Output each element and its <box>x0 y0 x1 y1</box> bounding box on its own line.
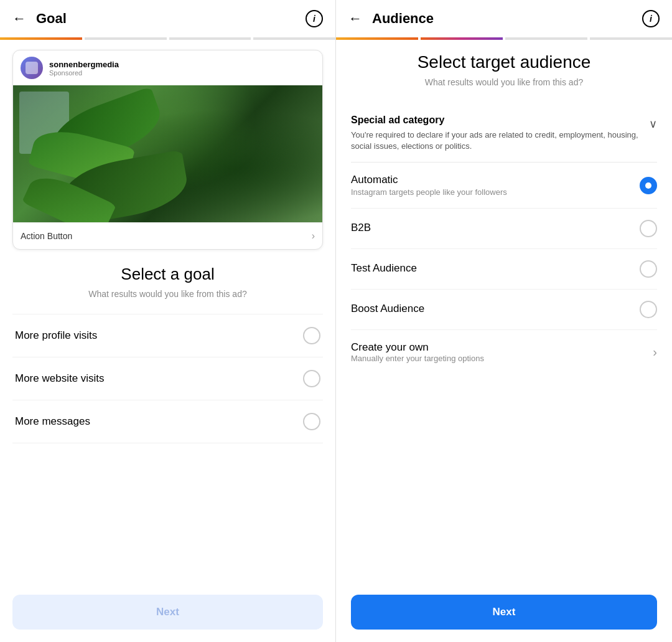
left-panel: ← Goal i sonnenbergmedia Sponsored <box>0 0 336 642</box>
create-own-label: Create your own <box>351 341 653 354</box>
right-next-button-area: Next <box>336 582 672 642</box>
goal-option-messages-label: More messages <box>15 415 90 428</box>
audience-option-test-content: Test Audience <box>351 262 640 276</box>
audience-option-automatic-label: Automatic <box>351 174 640 186</box>
audience-option-automatic-content: Automatic Instagram targets people like … <box>351 174 640 197</box>
special-category-text: Special ad category You're required to d… <box>351 115 649 152</box>
goal-option-messages[interactable]: More messages <box>12 400 323 443</box>
left-back-button[interactable]: ← <box>12 11 26 27</box>
goal-option-messages-radio[interactable] <box>303 413 320 430</box>
action-button-chevron-icon: › <box>312 230 315 242</box>
left-header: ← Goal i <box>0 0 335 37</box>
ad-card-header: sonnenbergmedia Sponsored <box>13 50 322 85</box>
audience-option-automatic[interactable]: Automatic Instagram targets people like … <box>351 163 657 209</box>
create-own-text: Create your own Manually enter your targ… <box>351 341 653 363</box>
goal-option-profile[interactable]: More profile visits <box>12 314 323 357</box>
right-back-button[interactable]: ← <box>348 11 362 27</box>
audience-title: Select target audience <box>351 52 657 72</box>
right-next-button[interactable]: Next <box>351 595 657 630</box>
ad-preview-card: sonnenbergmedia Sponsored Action Button … <box>12 50 323 250</box>
create-own-option[interactable]: Create your own Manually enter your targ… <box>351 330 657 374</box>
create-own-chevron-icon: › <box>653 345 657 359</box>
audience-option-automatic-sublabel: Instagram targets people like your follo… <box>351 187 640 197</box>
left-info-button[interactable]: i <box>306 10 323 27</box>
goal-option-profile-label: More profile visits <box>15 329 97 342</box>
goal-option-website-radio[interactable] <box>303 370 320 387</box>
audience-option-boost-radio[interactable] <box>640 301 657 318</box>
left-content: sonnenbergmedia Sponsored Action Button … <box>0 40 335 582</box>
ad-user-info: sonnenbergmedia Sponsored <box>49 60 119 77</box>
right-info-button[interactable]: i <box>642 10 660 27</box>
audience-option-test-radio[interactable] <box>640 260 657 278</box>
audience-option-boost[interactable]: Boost Audience <box>351 290 657 330</box>
left-next-button-area: Next <box>0 582 335 642</box>
goal-option-profile-radio[interactable] <box>303 327 320 344</box>
ad-avatar <box>21 57 43 79</box>
audience-option-test-label: Test Audience <box>351 262 640 275</box>
audience-option-b2b-radio[interactable] <box>640 220 657 237</box>
left-next-button[interactable]: Next <box>12 595 323 630</box>
audience-option-b2b[interactable]: B2B <box>351 209 657 249</box>
audience-option-boost-label: Boost Audience <box>351 303 640 315</box>
special-category-row[interactable]: Special ad category You're required to d… <box>351 105 657 163</box>
left-page-title: Goal <box>36 11 306 27</box>
goal-options: More profile visits More website visits … <box>12 314 323 572</box>
audience-option-boost-content: Boost Audience <box>351 303 640 316</box>
audience-option-b2b-content: B2B <box>351 222 640 235</box>
goal-option-website[interactable]: More website visits <box>12 357 323 400</box>
ad-sponsored-label: Sponsored <box>49 69 119 77</box>
create-own-sublabel: Manually enter your targeting options <box>351 354 653 363</box>
audience-option-b2b-label: B2B <box>351 222 640 234</box>
action-button-label: Action Button <box>21 231 312 241</box>
ad-image <box>13 85 322 222</box>
right-content: Select target audience What results woul… <box>336 40 672 582</box>
special-category-title: Special ad category <box>351 115 642 126</box>
goal-subtitle: What results would you like from this ad… <box>12 289 323 299</box>
ad-avatar-inner <box>26 62 38 74</box>
ad-card-footer[interactable]: Action Button › <box>13 222 322 249</box>
goal-title: Select a goal <box>12 265 323 284</box>
right-header: ← Audience i <box>336 0 672 37</box>
right-panel: ← Audience i Select target audience What… <box>336 0 672 642</box>
ad-username: sonnenbergmedia <box>49 60 119 69</box>
audience-subtitle: What results would you like from this ad… <box>351 77 657 87</box>
special-category-chevron-icon: ∨ <box>649 117 657 131</box>
special-category-desc: You're required to declare if your ads a… <box>351 130 642 152</box>
right-page-title: Audience <box>372 11 642 27</box>
audience-option-test[interactable]: Test Audience <box>351 249 657 290</box>
goal-option-website-label: More website visits <box>15 372 105 385</box>
audience-option-automatic-radio[interactable] <box>640 177 657 194</box>
